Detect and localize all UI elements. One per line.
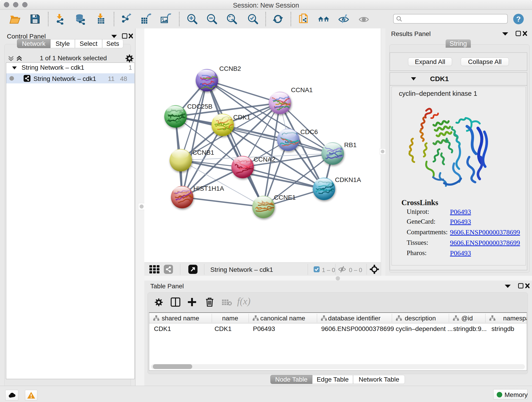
svg-text:CCNB1: CCNB1 — [192, 149, 214, 156]
svg-text:CCNA1: CCNA1 — [291, 86, 313, 94]
svg-text:CDK1: CDK1 — [233, 114, 250, 121]
svg-text:CDKN1A: CDKN1A — [335, 176, 361, 183]
svg-text:CCNB2: CCNB2 — [219, 65, 241, 72]
svg-text:CCNA2: CCNA2 — [254, 156, 275, 163]
svg-text:CDC6: CDC6 — [300, 128, 318, 135]
svg-text:CDC25B: CDC25B — [187, 103, 212, 110]
svg-text:CCNE1: CCNE1 — [274, 194, 296, 201]
svg-text:RB1: RB1 — [344, 141, 356, 148]
svg-text:HIST1H1A: HIST1H1A — [193, 185, 224, 192]
